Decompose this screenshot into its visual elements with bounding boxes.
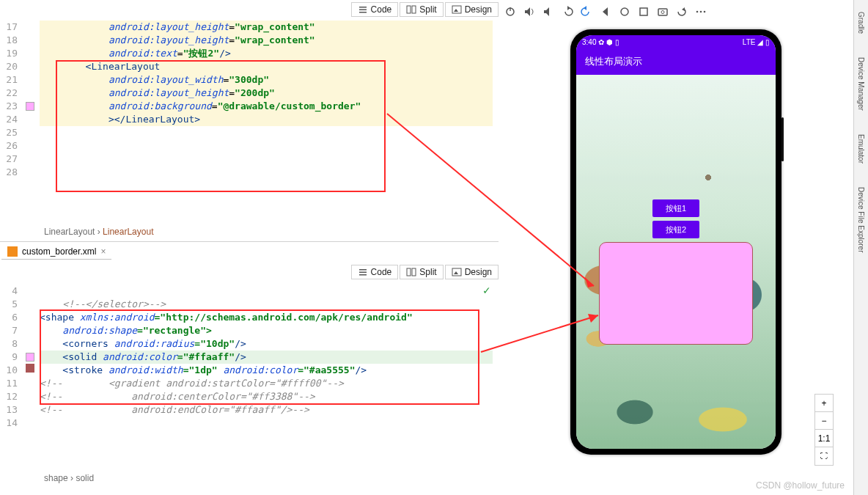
- list-icon: [358, 4, 368, 15]
- tab-device-manager[interactable]: Device Manager: [856, 53, 867, 115]
- svg-marker-19: [584, 6, 586, 10]
- line-gutter: 171819 202122 232425 262728: [0, 21, 22, 221]
- svg-rect-23: [658, 9, 667, 15]
- close-icon[interactable]: ×: [100, 246, 106, 257]
- drawable-xml-editor: custom_border.xml × Code Split Design ✓ …: [0, 242, 499, 488]
- design-mode-tabs: Code Split Design: [351, 0, 499, 19]
- tab-split[interactable]: Split: [400, 2, 443, 17]
- color-swatch-icon: [26, 102, 34, 111]
- split-icon: [406, 4, 416, 15]
- svg-rect-4: [412, 6, 416, 13]
- annotation-box-bottom: [40, 309, 479, 405]
- rotate-left-icon[interactable]: [562, 6, 573, 18]
- svg-marker-13: [454, 271, 458, 274]
- svg-marker-17: [544, 7, 549, 16]
- status-bar: 3:40 ✿ ⬢ ▯ LTE ◢ ▯: [576, 35, 776, 48]
- breadcrumb[interactable]: LinearLayout › LinearLayout: [44, 227, 153, 237]
- button-2[interactable]: 按钮2: [652, 221, 699, 238]
- svg-rect-9: [359, 274, 367, 276]
- zoom-fit-button[interactable]: 1:1: [815, 430, 833, 447]
- image-icon: [452, 267, 462, 277]
- svg-marker-18: [567, 6, 570, 10]
- zoom-out-button[interactable]: −: [815, 412, 833, 430]
- file-tab-label: custom_border.xml: [22, 246, 96, 257]
- power-icon[interactable]: [504, 6, 516, 18]
- tab-device-file-explorer[interactable]: Device File Explorer: [856, 183, 867, 257]
- svg-rect-7: [359, 269, 367, 271]
- layout-xml-editor: Code Split Design 3 ^ v 171819 202122 23…: [0, 0, 499, 242]
- svg-rect-10: [407, 268, 411, 276]
- design-mode-tabs-bottom: Code Split Design: [351, 263, 499, 282]
- svg-rect-15: [510, 7, 510, 11]
- svg-rect-3: [407, 6, 411, 13]
- device-frame: 3:40 ✿ ⬢ ▯ LTE ◢ ▯ 线性布局演示 按钮1 按钮2: [570, 29, 781, 455]
- list-icon: [358, 267, 368, 277]
- file-tab[interactable]: custom_border.xml ×: [1, 243, 111, 260]
- tab-split[interactable]: Split: [400, 265, 443, 279]
- svg-marker-16: [525, 7, 530, 16]
- svg-marker-25: [682, 7, 685, 11]
- custom-border-layout: [599, 242, 753, 345]
- reload-icon[interactable]: [676, 6, 688, 18]
- zoom-controls: + − 1:1 ⛶: [814, 394, 834, 466]
- emulator-panel: 3:40 ✿ ⬢ ▯ LTE ◢ ▯ 线性布局演示 按钮1 按钮2 + − 1:…: [499, 0, 854, 495]
- svg-point-21: [621, 8, 628, 15]
- volume-up-icon[interactable]: [523, 6, 535, 18]
- svg-rect-12: [452, 268, 461, 276]
- zoom-full-button[interactable]: ⛶: [815, 447, 833, 465]
- volume-down-icon[interactable]: [542, 6, 554, 18]
- zoom-in-button[interactable]: +: [815, 395, 833, 412]
- watermark: CSDN @hollow_future: [756, 480, 845, 491]
- rotate-right-icon[interactable]: [581, 6, 592, 18]
- svg-rect-5: [452, 6, 461, 13]
- overview-icon[interactable]: [638, 6, 650, 18]
- emulator-toolbar: [504, 4, 707, 19]
- marker-column: [22, 21, 38, 221]
- app-bar: 线性布局演示: [576, 48, 776, 75]
- svg-rect-8: [359, 272, 367, 274]
- device-screen[interactable]: 3:40 ✿ ⬢ ▯ LTE ◢ ▯ 线性布局演示 按钮1 按钮2: [576, 35, 776, 449]
- screenshot-icon[interactable]: [657, 6, 669, 18]
- xml-file-icon: [7, 246, 18, 257]
- tab-design[interactable]: Design: [445, 2, 499, 17]
- split-icon: [406, 267, 416, 277]
- color-swatch-icon: [26, 364, 34, 373]
- svg-marker-20: [603, 7, 608, 16]
- tab-code[interactable]: Code: [351, 265, 399, 279]
- image-icon: [452, 4, 462, 15]
- editors-column: Code Split Design 3 ^ v 171819 202122 23…: [0, 0, 499, 495]
- breadcrumb-bottom[interactable]: shape › solid: [44, 473, 94, 483]
- svg-marker-6: [454, 9, 458, 12]
- svg-rect-11: [412, 268, 416, 276]
- right-tool-tabs: Gradle Device Manager Emulator Device Fi…: [853, 0, 868, 495]
- svg-point-28: [704, 11, 706, 13]
- tab-design[interactable]: Design: [445, 265, 499, 279]
- svg-rect-2: [359, 12, 367, 13]
- svg-rect-1: [359, 10, 367, 11]
- line-gutter-bottom: 456 789 101112 1314: [0, 285, 22, 467]
- more-icon[interactable]: [695, 6, 707, 18]
- svg-point-24: [661, 11, 664, 14]
- color-swatch-icon: [26, 353, 34, 362]
- tab-code[interactable]: Code: [351, 2, 399, 17]
- tab-emulator[interactable]: Emulator: [856, 130, 867, 168]
- home-icon[interactable]: [619, 6, 630, 18]
- marker-column-bottom: [22, 285, 38, 467]
- svg-rect-0: [359, 7, 367, 8]
- app-content: 按钮1 按钮2: [576, 75, 776, 449]
- tab-gradle[interactable]: Gradle: [856, 7, 867, 38]
- svg-point-27: [700, 11, 702, 13]
- back-icon[interactable]: [600, 6, 611, 18]
- annotation-box-top: [56, 60, 386, 192]
- svg-rect-22: [640, 8, 647, 15]
- svg-point-26: [696, 11, 699, 13]
- button-1[interactable]: 按钮1: [652, 199, 699, 217]
- power-button: [781, 117, 784, 161]
